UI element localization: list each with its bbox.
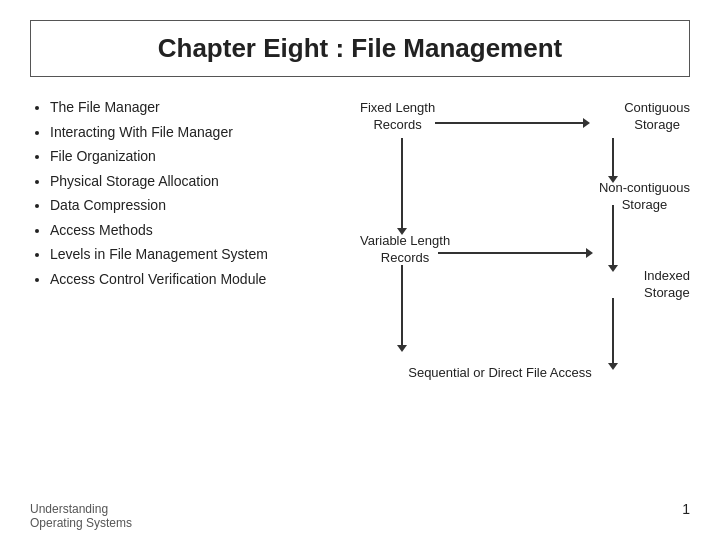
arrow-noncontiguous-indexed: [608, 205, 618, 272]
list-item: Levels in File Management System: [50, 242, 340, 267]
bullet-list: The File Manager Interacting With File M…: [30, 95, 340, 291]
indexed-label: Indexed Storage: [644, 268, 690, 302]
footer-left: Understanding Operating Systems: [30, 488, 132, 530]
slide-title: Chapter Eight : File Management: [158, 33, 563, 63]
list-item: Access Control Verification Module: [50, 267, 340, 292]
list-item: Interacting With File Manager: [50, 120, 340, 145]
fixed-length-label: Fixed Length Records: [360, 100, 435, 134]
footer: Understanding Operating Systems 1: [30, 484, 690, 530]
slide: Chapter Eight : File Management The File…: [0, 0, 720, 540]
footer-right: 1: [682, 501, 690, 517]
arrow-contiguous-noncontiguous: [608, 138, 618, 183]
arrow-variable-down: [397, 265, 407, 352]
list-item: Access Methods: [50, 218, 340, 243]
list-item: Physical Storage Allocation: [50, 169, 340, 194]
content-area: The File Manager Interacting With File M…: [30, 95, 690, 478]
arrow-variable-indexed: [438, 248, 593, 258]
diagram: Fixed Length Records Contiguous Storage: [360, 100, 690, 420]
title-box: Chapter Eight : File Management: [30, 20, 690, 77]
variable-length-label: Variable Length Records: [360, 233, 450, 267]
contiguous-label: Contiguous Storage: [624, 100, 690, 134]
list-item: File Organization: [50, 144, 340, 169]
right-column: Fixed Length Records Contiguous Storage: [350, 95, 690, 478]
arrow-fixed-variable: [397, 138, 407, 235]
arrow-fixed-contiguous: [435, 118, 590, 128]
list-item: The File Manager: [50, 95, 340, 120]
list-item: Data Compression: [50, 193, 340, 218]
sequential-label: Sequential or Direct File Access: [380, 365, 620, 382]
left-column: The File Manager Interacting With File M…: [30, 95, 340, 478]
arrow-indexed-down: [608, 298, 618, 370]
